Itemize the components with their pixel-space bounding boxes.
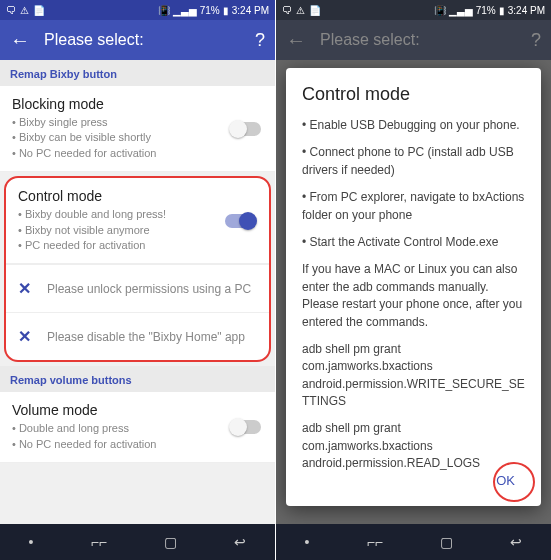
phone-left: 🗨 ⚠ 📄 📳 ▁▃▅ 71% ▮ 3:24 PM ← Please selec… — [0, 0, 275, 560]
clock-text: 3:24 PM — [508, 5, 545, 16]
setting-sub: • No PC needed for activation — [12, 437, 263, 452]
setting-sub: • Bixby not visible anymore — [18, 223, 257, 238]
setting-control-mode[interactable]: Control mode • Bixby double and long pre… — [6, 178, 269, 264]
perm-text: Please disable the "Bixby Home" app — [47, 330, 245, 344]
toggle-knob — [239, 212, 257, 230]
clock-text: 3:24 PM — [232, 5, 269, 16]
vibrate-icon: 📳 — [158, 5, 170, 16]
dialog-bullet: • Connect phone to PC (install adb USB d… — [302, 144, 525, 179]
setting-sub: • Bixby single press — [12, 115, 263, 130]
x-icon: ✕ — [18, 327, 31, 346]
setting-sub: • Double and long press — [12, 421, 263, 436]
settings-list: Remap Bixby button Blocking mode • Bixby… — [0, 60, 275, 524]
phone-right: 🗨 ⚠ 📄 📳 ▁▃▅ 71% ▮ 3:24 PM ← Please selec… — [276, 0, 551, 560]
battery-icon: ▮ — [223, 5, 229, 16]
app-bar-dimmed: ← Please select: ? — [276, 20, 551, 60]
help-button[interactable]: ? — [255, 30, 265, 51]
app-bar: ← Please select: ? — [0, 20, 275, 60]
setting-sub: • PC needed for activation — [18, 238, 257, 253]
nav-recents-icon[interactable]: ⌐⌐ — [91, 534, 107, 550]
dialog-scrim[interactable]: Control mode • Enable USB Debugging on y… — [276, 60, 551, 524]
setting-blocking-mode[interactable]: Blocking mode • Bixby single press • Bix… — [0, 86, 275, 172]
nav-bar: • ⌐⌐ ▢ ↩ — [276, 524, 551, 560]
app-title: Please select: — [320, 31, 531, 49]
nav-back-icon[interactable]: ↩ — [234, 534, 246, 550]
nav-recents-icon[interactable]: ⌐⌐ — [367, 534, 383, 550]
warning-icon: ⚠ — [20, 5, 29, 16]
nav-bar: • ⌐⌐ ▢ ↩ — [0, 524, 275, 560]
nav-home-icon[interactable]: ▢ — [440, 534, 453, 550]
section-header-bixby: Remap Bixby button — [0, 60, 275, 86]
nav-back-icon[interactable]: ↩ — [510, 534, 522, 550]
nav-dot-icon[interactable]: • — [305, 534, 310, 550]
battery-text: 71% — [200, 5, 220, 16]
dialog-bullet: • From PC explorer, navigate to bxAction… — [302, 189, 525, 224]
dialog-bullet: • Enable USB Debugging on your phone. — [302, 117, 525, 134]
toggle-volume[interactable] — [231, 420, 261, 434]
dialog-paragraph: If you have a MAC or Linux you can also … — [302, 261, 525, 331]
perm-text: Please unlock permissions using a PC — [47, 282, 251, 296]
battery-text: 71% — [476, 5, 496, 16]
setting-title: Volume mode — [12, 402, 263, 418]
notif-icon: 🗨 — [6, 5, 16, 16]
back-arrow-icon: ← — [286, 29, 306, 52]
toggle-blocking[interactable] — [231, 122, 261, 136]
doc-icon: 📄 — [33, 5, 45, 16]
notif-icon: 🗨 — [282, 5, 292, 16]
setting-title: Blocking mode — [12, 96, 263, 112]
toggle-knob — [229, 120, 247, 138]
toggle-knob — [229, 418, 247, 436]
perm-disable-row[interactable]: ✕ Please disable the "Bixby Home" app — [6, 312, 269, 360]
setting-title: Control mode — [18, 188, 257, 204]
signal-icon: ▁▃▅ — [449, 5, 473, 16]
warning-icon: ⚠ — [296, 5, 305, 16]
doc-icon: 📄 — [309, 5, 321, 16]
status-bar: 🗨 ⚠ 📄 📳 ▁▃▅ 71% ▮ 3:24 PM — [0, 0, 275, 20]
nav-home-icon[interactable]: ▢ — [164, 534, 177, 550]
section-header-volume: Remap volume buttons — [0, 366, 275, 392]
dialog-command: adb shell pm grant com.jamworks.bxaction… — [302, 341, 525, 411]
back-arrow-icon[interactable]: ← — [10, 29, 30, 52]
setting-sub: • Bixby can be visible shortly — [12, 130, 263, 145]
signal-icon: ▁▃▅ — [173, 5, 197, 16]
highlight-control-mode: Control mode • Bixby double and long pre… — [4, 176, 271, 362]
dialog-control-mode: Control mode • Enable USB Debugging on y… — [286, 68, 541, 506]
x-icon: ✕ — [18, 279, 31, 298]
battery-icon: ▮ — [499, 5, 505, 16]
dialog-command: adb shell pm grant com.jamworks.bxaction… — [302, 420, 525, 472]
dialog-body: • Enable USB Debugging on your phone. • … — [302, 117, 525, 473]
status-bar: 🗨 ⚠ 📄 📳 ▁▃▅ 71% ▮ 3:24 PM — [276, 0, 551, 20]
toggle-control[interactable] — [225, 214, 255, 228]
setting-volume-mode[interactable]: Volume mode • Double and long press • No… — [0, 392, 275, 463]
dialog-bullet: • Start the Activate Control Mode.exe — [302, 234, 525, 251]
perm-unlock-row[interactable]: ✕ Please unlock permissions using a PC — [6, 264, 269, 312]
nav-dot-icon[interactable]: • — [29, 534, 34, 550]
setting-sub: • Bixby double and long press! — [18, 207, 257, 222]
ok-button[interactable]: OK — [488, 467, 523, 494]
help-button: ? — [531, 30, 541, 51]
vibrate-icon: 📳 — [434, 5, 446, 16]
app-title: Please select: — [44, 31, 255, 49]
dialog-title: Control mode — [302, 84, 525, 105]
setting-sub: • No PC needed for activation — [12, 146, 263, 161]
